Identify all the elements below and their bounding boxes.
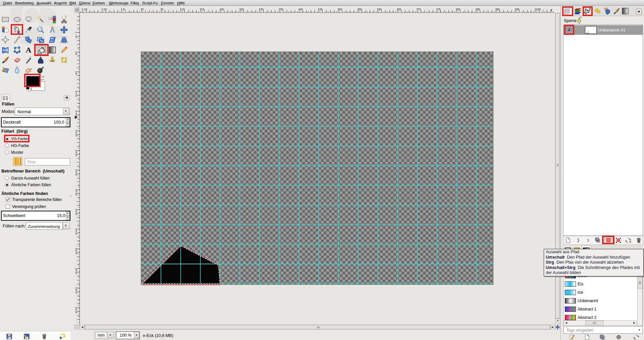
svg-text:A: A	[25, 46, 32, 54]
